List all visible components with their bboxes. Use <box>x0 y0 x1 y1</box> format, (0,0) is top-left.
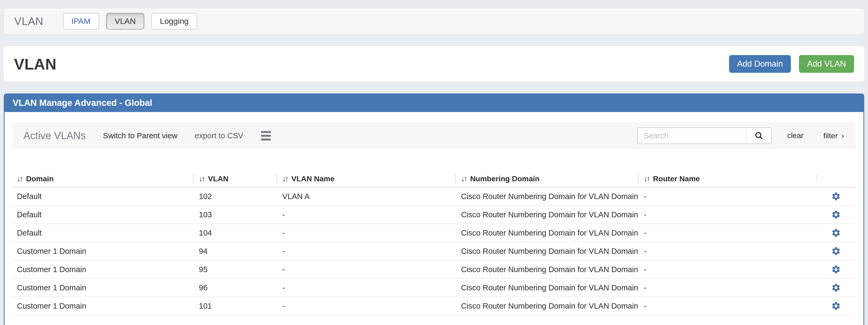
cell-actions <box>817 242 856 260</box>
sort-icon: ↓↑ <box>17 174 22 183</box>
cell-actions <box>817 224 856 242</box>
table-row: Customer 1 Domain 95 - Cisco Router Numb… <box>12 260 856 279</box>
magnifier-icon <box>754 131 764 140</box>
cell-vlan-name: - <box>277 297 455 315</box>
gear-icon <box>831 228 841 238</box>
cell-vlan: 94 <box>193 242 276 260</box>
table-row: Default 104 - Cisco Router Numbering Dom… <box>12 224 856 242</box>
table-row: Default 102 VLAN A Cisco Router Numberin… <box>12 187 856 205</box>
table-header-row: ↓↑Domain ↓↑VLAN ↓↑VLAN Name ↓↑Numbering … <box>12 170 856 187</box>
cell-numbering-domain: Cisco Router Numbering Domain for VLAN D… <box>455 242 638 260</box>
cell-router-name: - <box>638 297 817 315</box>
column-label: VLAN Name <box>291 174 335 183</box>
sort-icon: ↓↑ <box>199 174 204 183</box>
cell-vlan: 104 <box>193 224 276 242</box>
cell-domain: Customer 1 Domain <box>12 279 193 297</box>
row-settings-button[interactable] <box>830 226 842 239</box>
cell-vlan: 95 <box>193 260 276 279</box>
search-group <box>637 127 772 144</box>
cell-actions <box>817 260 856 279</box>
tab-logging[interactable]: Logging <box>151 13 197 30</box>
page-title: VLAN <box>14 55 729 73</box>
cell-numbering-domain: Cisco Router Numbering Domain for VLAN D… <box>455 297 638 315</box>
module-tabs: IPAM VLAN Logging <box>63 13 197 30</box>
column-header-actions <box>817 170 856 187</box>
cell-vlan-name: - <box>277 224 455 242</box>
cell-numbering-domain: Cisco Router Numbering Domain for VLAN D… <box>455 224 638 242</box>
switch-parent-view-link[interactable]: Switch to Parent view <box>103 131 177 140</box>
cell-actions <box>817 297 856 315</box>
panel-body: Active VLANs Switch to Parent view expor… <box>5 112 863 325</box>
row-settings-button[interactable] <box>830 281 842 294</box>
hamburger-menu-icon[interactable] <box>261 131 271 140</box>
sort-icon: ↓↑ <box>461 174 466 183</box>
cell-vlan: 102 <box>193 187 276 205</box>
export-csv-link[interactable]: export to CSV <box>195 131 244 140</box>
cell-vlan: 103 <box>193 205 276 224</box>
row-settings-button[interactable] <box>830 245 842 258</box>
cell-vlan-name: - <box>277 205 455 224</box>
column-label: Numbering Domain <box>470 174 539 183</box>
cell-domain: Default <box>12 224 193 242</box>
tab-ipam[interactable]: IPAM <box>63 13 99 30</box>
tab-vlan[interactable]: VLAN <box>106 13 144 30</box>
gear-icon <box>831 210 841 220</box>
gear-icon <box>831 265 841 274</box>
add-domain-button[interactable]: Add Domain <box>729 55 791 73</box>
cell-router-name: - <box>638 205 817 224</box>
cell-domain: Default <box>12 205 193 224</box>
row-settings-button[interactable] <box>830 208 842 221</box>
column-label: Domain <box>26 174 54 183</box>
gear-icon <box>831 192 841 201</box>
cell-actions <box>817 279 856 297</box>
column-header-router-name[interactable]: ↓↑Router Name <box>638 170 817 187</box>
column-header-vlan[interactable]: ↓↑VLAN <box>193 170 276 187</box>
page-header-card: VLAN Add Domain Add VLAN <box>4 46 864 82</box>
chevron-right-icon: › <box>841 131 844 140</box>
table-row: Customer 1 Domain 101 - Cisco Router Num… <box>12 297 856 315</box>
clear-link[interactable]: clear <box>787 131 804 140</box>
cell-actions <box>817 205 856 224</box>
add-vlan-button[interactable]: Add VLAN <box>799 55 854 73</box>
cell-actions <box>817 187 856 205</box>
vlan-manage-panel: VLAN Manage Advanced - Global Active VLA… <box>4 94 864 325</box>
cell-vlan-name: - <box>277 279 455 297</box>
row-settings-button[interactable] <box>830 190 842 203</box>
search-input[interactable] <box>637 127 747 144</box>
active-vlans-heading: Active VLANs <box>23 130 86 141</box>
vlan-table: ↓↑Domain ↓↑VLAN ↓↑VLAN Name ↓↑Numbering … <box>12 170 856 315</box>
panel-title: VLAN Manage Advanced - Global <box>5 94 863 112</box>
column-label: VLAN <box>208 174 228 183</box>
column-header-vlan-name[interactable]: ↓↑VLAN Name <box>277 170 455 187</box>
cell-vlan: 101 <box>193 297 276 315</box>
cell-router-name: - <box>638 242 817 260</box>
gear-icon <box>831 246 841 256</box>
vlan-table-body: Default 102 VLAN A Cisco Router Numberin… <box>12 187 856 315</box>
sort-icon: ↓↑ <box>644 174 649 183</box>
vlan-table-wrap: ↓↑Domain ↓↑VLAN ↓↑VLAN Name ↓↑Numbering … <box>12 170 856 315</box>
cell-router-name: - <box>638 187 817 205</box>
table-row: Customer 1 Domain 96 - Cisco Router Numb… <box>12 279 856 297</box>
cell-domain: Customer 1 Domain <box>12 297 193 315</box>
gear-icon <box>831 301 841 311</box>
table-row: Default 103 - Cisco Router Numbering Dom… <box>12 205 856 224</box>
cell-domain: Customer 1 Domain <box>12 260 193 279</box>
cell-numbering-domain: Cisco Router Numbering Domain for VLAN D… <box>455 205 638 224</box>
cell-domain: Default <box>12 187 193 205</box>
column-header-domain[interactable]: ↓↑Domain <box>12 170 193 187</box>
filter-label: filter <box>824 132 838 140</box>
cell-vlan-name: VLAN A <box>277 187 455 205</box>
cell-numbering-domain: Cisco Router Numbering Domain for VLAN D… <box>455 279 638 297</box>
search-button[interactable] <box>747 127 772 144</box>
cell-numbering-domain: Cisco Router Numbering Domain for VLAN D… <box>455 187 638 205</box>
filter-link[interactable]: filter› <box>824 131 844 140</box>
column-header-numbering-domain[interactable]: ↓↑Numbering Domain <box>455 170 638 187</box>
sort-icon: ↓↑ <box>282 174 288 183</box>
row-settings-button[interactable] <box>830 299 842 313</box>
cell-router-name: - <box>638 224 817 242</box>
table-row: Customer 1 Domain 94 - Cisco Router Numb… <box>12 242 856 260</box>
cell-router-name: - <box>638 279 817 297</box>
table-toolbar: Active VLANs Switch to Parent view expor… <box>12 122 856 149</box>
row-settings-button[interactable] <box>830 263 842 276</box>
column-label: Router Name <box>653 174 700 183</box>
